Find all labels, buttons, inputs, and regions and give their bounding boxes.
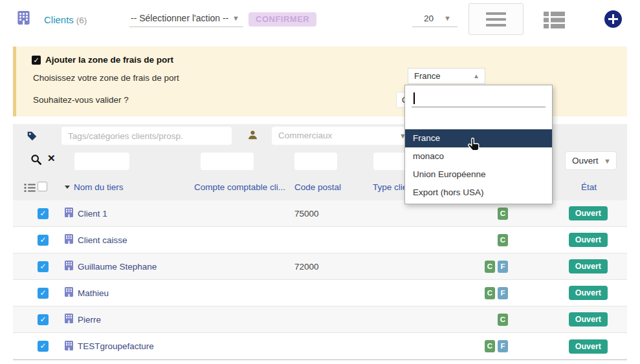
row-checkbox[interactable]: ✓ <box>38 341 49 352</box>
customer-badge: C <box>498 234 508 246</box>
add-client-button[interactable] <box>604 10 622 28</box>
column-selector-icon[interactable] <box>24 183 36 195</box>
mass-action-value: -- Sélectionner l'action -- <box>131 13 228 23</box>
status-badge: Ouvert <box>569 233 608 247</box>
chevron-down-icon: ▼ <box>444 14 451 22</box>
status-filter-select[interactable]: Ouvert ▼ <box>565 151 617 170</box>
client-link[interactable]: Client caisse <box>65 234 194 246</box>
dropdown-search-input[interactable] <box>412 91 546 106</box>
page-size-select[interactable]: 20 ▼ <box>412 9 458 27</box>
postal-filter-input[interactable] <box>294 153 337 170</box>
customer-badge: C <box>498 208 508 220</box>
status-badge: Ouvert <box>569 312 608 327</box>
chevron-up-icon: ▲ <box>473 72 480 80</box>
text-caret <box>414 92 415 104</box>
type-cell: C F <box>375 287 524 299</box>
page-title: Clients(6) <box>44 14 87 25</box>
building-icon <box>65 341 73 352</box>
table-row: ✓ TESTgroupefacture C F Ouvert <box>13 333 627 359</box>
page-size-value: 20 <box>424 14 434 23</box>
row-checkbox[interactable]: ✓ <box>38 208 49 219</box>
salesrep-placeholder: Commerciaux <box>278 131 332 140</box>
grid-view-icon <box>544 21 565 31</box>
building-icon <box>65 234 73 246</box>
chevron-down-icon: ▼ <box>232 14 239 22</box>
type-cell: C <box>375 208 524 220</box>
client-link[interactable]: TESTgroupefacture <box>65 341 194 352</box>
customer-badge: C <box>485 261 495 273</box>
row-checkbox[interactable]: ✓ <box>38 288 49 299</box>
building-icon <box>65 208 73 219</box>
clients-list-page: Clients(6) -- Sélectionner l'action -- ▼… <box>0 0 640 364</box>
salesrep-icon <box>247 129 258 143</box>
search-icon[interactable] <box>30 154 42 168</box>
client-name: Guillaume Stephane <box>78 262 157 272</box>
table-row: ✓ Mathieu C F Ouvert <box>13 280 627 306</box>
client-link[interactable]: Mathieu <box>65 287 194 299</box>
postal-cell: 75000 <box>294 209 375 219</box>
zone-dropdown-panel: France monaco Union Européenne Export (h… <box>404 85 553 204</box>
name-filter-input[interactable] <box>74 153 129 170</box>
status-cell: Ouvert <box>524 233 627 247</box>
clear-filters-icon[interactable]: ✕ <box>47 153 56 164</box>
building-icon <box>65 261 73 272</box>
grid-view-button[interactable] <box>544 11 565 31</box>
add-zone-checkbox[interactable]: ✓ <box>32 56 41 65</box>
zone-select[interactable]: France ▲ <box>408 68 485 84</box>
client-name: TESTgroupefacture <box>78 341 154 351</box>
dropdown-empty-option[interactable] <box>405 111 552 129</box>
customer-badge: C <box>485 287 495 299</box>
zone-select-value: France <box>414 71 440 81</box>
client-name: Pierre <box>78 315 101 325</box>
row-checkbox[interactable]: ✓ <box>38 235 49 246</box>
supplier-badge: F <box>498 261 508 273</box>
status-badge: Ouvert <box>569 339 608 354</box>
status-badge: Ouvert <box>569 286 608 300</box>
status-cell: Ouvert <box>524 312 627 327</box>
client-link[interactable]: Pierre <box>65 314 194 325</box>
table-row: ✓ Client 1 75000 C Ouvert <box>13 200 627 227</box>
zone-question-label: Choisissez votre zone de frais de port <box>33 73 179 83</box>
dropdown-option-union-europeenne[interactable]: Union Européenne <box>405 166 552 184</box>
building-icon <box>17 11 30 27</box>
client-name: Client caisse <box>78 235 127 245</box>
dropdown-search-wrap <box>412 91 546 107</box>
salesrep-select[interactable]: Commerciaux ▼ <box>272 127 415 145</box>
validate-question-label: Souhaitez-vous valider ? <box>33 95 129 105</box>
list-view-button[interactable] <box>469 3 524 35</box>
status-cell: Ouvert <box>524 339 627 354</box>
status-cell: Ouvert <box>524 206 627 220</box>
type-cell: C F <box>375 340 524 352</box>
column-header-name[interactable]: Nom du tiers <box>65 182 124 192</box>
status-cell: Ouvert <box>524 259 627 273</box>
tags-filter-input[interactable] <box>61 127 232 145</box>
tag-icon <box>26 130 38 144</box>
client-link[interactable]: Client 1 <box>65 208 194 219</box>
building-icon <box>65 287 73 299</box>
select-all-checkbox[interactable] <box>38 182 47 191</box>
status-cell: Ouvert <box>524 286 627 300</box>
sort-desc-icon <box>65 186 70 189</box>
list-view-icon <box>486 9 506 30</box>
confirm-button[interactable]: CONFIRMER <box>248 12 316 27</box>
row-checkbox[interactable]: ✓ <box>38 261 49 272</box>
status-badge: Ouvert <box>569 259 608 273</box>
supplier-badge: F <box>498 340 508 352</box>
client-link[interactable]: Guillaume Stephane <box>65 261 194 272</box>
mouse-cursor-icon <box>467 137 482 156</box>
mass-action-select[interactable]: -- Sélectionner l'action -- ▼ <box>129 9 243 27</box>
dropdown-option-export[interactable]: Export (hors USA) <box>405 184 552 202</box>
customer-badge: C <box>485 340 495 352</box>
client-name: Mathieu <box>78 288 109 298</box>
type-cell: C <box>375 234 524 246</box>
type-cell: C <box>375 314 524 326</box>
column-header-status[interactable]: État <box>581 182 597 192</box>
column-header-account[interactable]: Compte comptable cli... <box>194 182 285 192</box>
account-filter-input[interactable] <box>201 153 254 170</box>
top-toolbar: Clients(6) -- Sélectionner l'action -- ▼… <box>0 0 640 40</box>
row-checkbox[interactable]: ✓ <box>38 314 49 325</box>
status-filter-value: Ouvert <box>572 156 599 166</box>
customer-badge: C <box>498 314 508 326</box>
clients-table: ✓ Client 1 75000 C Ouvert ✓ Client caiss… <box>13 200 627 360</box>
column-header-postal[interactable]: Code postal <box>294 182 341 192</box>
